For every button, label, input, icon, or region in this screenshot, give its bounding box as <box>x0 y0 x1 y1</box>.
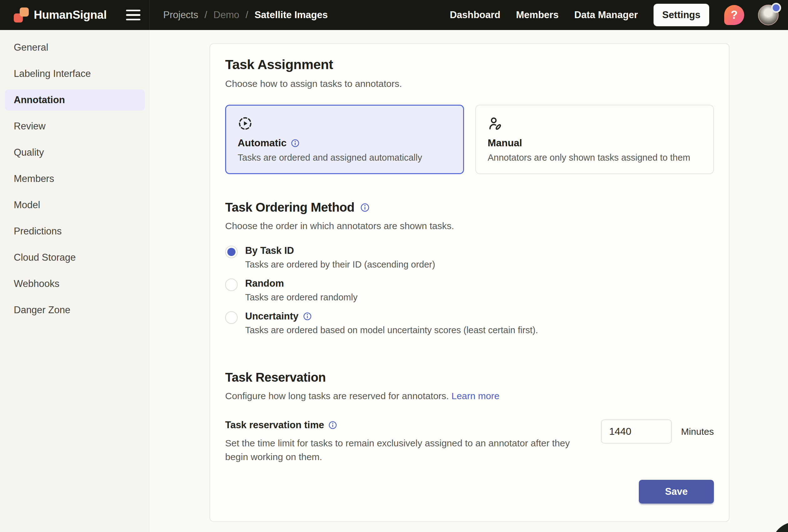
sidebar-item-quality[interactable]: Quality <box>5 142 145 163</box>
menu-icon[interactable] <box>126 10 140 21</box>
settings-sidebar: General Labeling Interface Annotation Re… <box>0 30 150 532</box>
reservation-field-row: Task reservation time Set the time limit… <box>225 420 714 464</box>
nav-data-manager[interactable]: Data Manager <box>574 9 637 21</box>
task-reservation-title: Task Reservation <box>225 370 714 385</box>
brand-area: HumanSignal <box>0 0 150 30</box>
manual-option-description: Annotators are only shown tasks assigned… <box>488 152 702 163</box>
settings-button[interactable]: Settings <box>653 4 709 26</box>
radio-option-by-task-id[interactable]: By Task ID Tasks are ordered by their ID… <box>225 245 714 270</box>
info-icon[interactable] <box>328 421 337 429</box>
ordering-radio-group: By Task ID Tasks are ordered by their ID… <box>225 245 714 335</box>
task-ordering-title: Task Ordering Method <box>225 200 355 214</box>
main-content: Task Assignment Choose how to assign tas… <box>150 30 788 532</box>
radio-button-unchecked[interactable] <box>225 279 238 291</box>
person-edit-icon <box>488 116 503 131</box>
header-right-nav: Dashboard Members Data Manager Settings … <box>450 4 788 26</box>
radio-label-uncertainty: Uncertainty <box>245 311 299 322</box>
auto-play-icon <box>238 116 253 131</box>
breadcrumb-current-page: Satellite Images <box>255 9 328 21</box>
task-ordering-subtitle: Choose the order in which annotators are… <box>225 221 714 231</box>
manual-assignment-card[interactable]: Manual Annotators are only shown tasks a… <box>475 105 714 174</box>
sidebar-item-cloud-storage[interactable]: Cloud Storage <box>5 247 145 268</box>
learn-more-link[interactable]: Learn more <box>452 391 499 401</box>
notification-badge <box>771 3 781 13</box>
radio-desc-uncertainty: Tasks are ordered based on model uncerta… <box>245 325 538 335</box>
annotation-settings-card: Task Assignment Choose how to assign tas… <box>210 43 730 522</box>
nav-members[interactable]: Members <box>516 9 558 21</box>
task-assignment-subtitle: Choose how to assign tasks to annotators… <box>225 79 714 89</box>
radio-desc-by-task-id: Tasks are ordered by their ID (ascending… <box>245 260 435 270</box>
radio-button-checked[interactable] <box>225 246 238 258</box>
automatic-assignment-card[interactable]: Automatic Tasks are ordered and assigned… <box>225 105 464 174</box>
radio-label-random: Random <box>245 278 284 289</box>
logo-orange-square <box>20 7 29 17</box>
help-icon[interactable]: ? <box>724 5 744 25</box>
sidebar-item-general[interactable]: General <box>5 37 145 58</box>
reservation-time-label: Task reservation time <box>225 420 324 431</box>
manual-option-title: Manual <box>488 137 522 149</box>
sidebar-item-webhooks[interactable]: Webhooks <box>5 273 145 294</box>
user-avatar[interactable] <box>758 5 779 25</box>
automatic-option-title: Automatic <box>238 137 287 149</box>
radio-label-by-task-id: By Task ID <box>245 245 294 256</box>
sidebar-item-review[interactable]: Review <box>5 116 145 137</box>
sidebar-item-danger-zone[interactable]: Danger Zone <box>5 300 145 321</box>
sidebar-item-annotation[interactable]: Annotation <box>5 89 145 111</box>
automatic-option-description: Tasks are ordered and assigned automatic… <box>238 152 452 163</box>
breadcrumb: Projects / Demo / Satellite Images <box>150 9 328 21</box>
task-assignment-title: Task Assignment <box>225 57 714 72</box>
radio-option-uncertainty[interactable]: Uncertainty Tasks are ordered based on m… <box>225 311 714 335</box>
breadcrumb-separator: / <box>204 9 207 21</box>
breadcrumb-projects[interactable]: Projects <box>163 9 198 21</box>
sidebar-item-predictions[interactable]: Predictions <box>5 221 145 242</box>
radio-button-unchecked[interactable] <box>225 311 238 324</box>
reservation-time-description: Set the time limit for tasks to remain e… <box>225 436 594 464</box>
assignment-choice-row: Automatic Tasks are ordered and assigned… <box>225 105 714 174</box>
humansignal-logo-icon <box>14 7 29 22</box>
radio-option-random[interactable]: Random Tasks are ordered randomly <box>225 278 714 303</box>
sidebar-item-members[interactable]: Members <box>5 168 145 189</box>
save-button[interactable]: Save <box>639 480 714 504</box>
info-icon[interactable] <box>303 312 312 321</box>
breadcrumb-demo[interactable]: Demo <box>214 9 239 21</box>
reservation-time-input[interactable] <box>601 420 672 444</box>
minutes-unit-label: Minutes <box>681 420 714 444</box>
info-icon[interactable] <box>360 203 370 212</box>
radio-desc-random: Tasks are ordered randomly <box>245 292 357 303</box>
info-icon[interactable] <box>291 139 299 147</box>
breadcrumb-separator: / <box>245 9 248 21</box>
top-bar: HumanSignal Projects / Demo / Satellite … <box>0 0 788 30</box>
brand-name: HumanSignal <box>34 8 106 22</box>
nav-dashboard[interactable]: Dashboard <box>450 9 500 21</box>
task-reservation-subtitle: Configure how long tasks are reserved fo… <box>225 391 714 401</box>
sidebar-item-model[interactable]: Model <box>5 195 145 216</box>
sidebar-item-labeling-interface[interactable]: Labeling Interface <box>5 63 145 84</box>
